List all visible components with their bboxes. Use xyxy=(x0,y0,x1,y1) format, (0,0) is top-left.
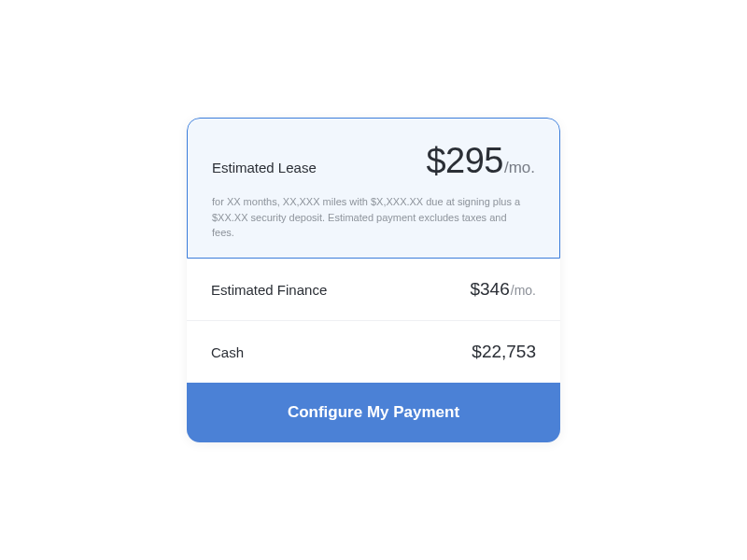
option-lease-price: $295 xyxy=(426,141,503,180)
option-lease-label: Estimated Lease xyxy=(212,160,317,175)
payment-card: Estimated Lease $295/mo. for XX months, … xyxy=(187,118,560,442)
option-finance[interactable]: Estimated Finance $346/mo. xyxy=(187,259,560,321)
option-cash-price: $22,753 xyxy=(472,342,536,362)
configure-payment-button[interactable]: Configure My Payment xyxy=(187,383,560,442)
option-lease[interactable]: Estimated Lease $295/mo. for XX months, … xyxy=(187,118,560,259)
option-cash[interactable]: Cash $22,753 xyxy=(187,321,560,383)
option-finance-price: $346 xyxy=(470,279,509,299)
option-finance-price-wrap: $346/mo. xyxy=(470,279,536,300)
option-cash-label: Cash xyxy=(211,344,244,360)
option-cash-row: Cash $22,753 xyxy=(211,342,536,362)
option-lease-fineprint: for XX months, XX,XXX miles with $X,XXX.… xyxy=(212,194,529,241)
option-finance-suffix: /mo. xyxy=(511,283,536,298)
option-finance-label: Estimated Finance xyxy=(211,282,327,298)
option-finance-row: Estimated Finance $346/mo. xyxy=(211,279,536,300)
option-lease-suffix: /mo. xyxy=(504,159,535,176)
option-lease-row: Estimated Lease $295/mo. xyxy=(212,141,535,181)
option-lease-price-wrap: $295/mo. xyxy=(426,141,535,181)
